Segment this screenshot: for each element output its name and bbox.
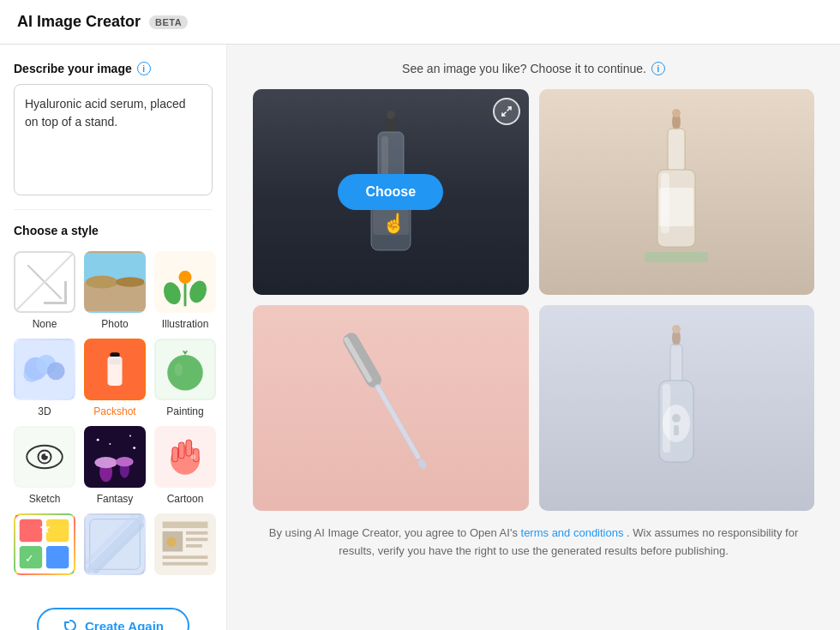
choose-button-1[interactable]: Choose [338, 174, 443, 210]
images-grid: Choose ☝ [253, 89, 814, 511]
style-item-illustration[interactable]: Illustration [154, 251, 216, 330]
style-thumb-fantasy [84, 426, 146, 488]
style-item-sketch[interactable]: Sketch [14, 426, 75, 505]
top-notice: See an image you like? Choose it to cont… [253, 62, 814, 75]
svg-point-15 [23, 366, 39, 382]
svg-rect-86 [670, 345, 682, 383]
svg-point-36 [109, 443, 111, 445]
style-grid: None Photo [14, 251, 213, 580]
style-item-painting[interactable]: Painting [154, 339, 216, 417]
style-name-3d: 3D [38, 405, 51, 417]
svg-point-7 [178, 271, 191, 284]
sketch-icon [15, 426, 74, 488]
content-area: See an image you like? Choose it to cont… [227, 45, 840, 630]
expand-icon-1[interactable] [493, 98, 520, 125]
style-item-photo[interactable]: Photo [84, 251, 146, 330]
svg-line-1 [27, 265, 62, 299]
svg-point-85 [672, 325, 681, 333]
serum-bottle-4 [640, 322, 713, 494]
style-thumb-packshot [84, 339, 146, 400]
style-item-row4c[interactable] [154, 513, 216, 580]
style-item-packshot[interactable]: Packshot [84, 339, 146, 417]
style-name-fantasy: Fantasy [97, 493, 134, 505]
svg-rect-57 [163, 522, 208, 529]
beta-badge: BETA [149, 15, 188, 29]
style-item-none[interactable]: None [14, 251, 75, 330]
app-title: AI Image Creator [17, 13, 141, 31]
svg-point-35 [133, 447, 135, 449]
sidebar: Describe your image i Hyaluronic acid se… [0, 45, 227, 630]
svg-rect-41 [172, 447, 178, 462]
style-thumb-cartoon [154, 426, 216, 488]
style-thumb-row4a: ★ ✓ [14, 513, 75, 575]
create-again-button[interactable]: Create Again [37, 608, 189, 630]
describe-textarea[interactable]: Hyaluronic acid serum, placed on top of … [14, 84, 213, 195]
style-thumb-sketch [14, 426, 75, 488]
style-item-fantasy[interactable]: Fantasy [84, 426, 146, 505]
svg-rect-48 [46, 546, 69, 568]
svg-point-90 [672, 414, 681, 423]
svg-rect-40 [186, 440, 192, 456]
style-thumb-illustration [154, 251, 216, 313]
divider [14, 209, 213, 210]
style-item-row4a[interactable]: ★ ✓ [14, 513, 75, 580]
footer-notice: By using AI Image Creator, you agree to … [253, 525, 814, 561]
image-box-4 [539, 305, 815, 511]
style-thumb-row4b [84, 513, 146, 575]
svg-point-21 [167, 355, 203, 391]
svg-point-27 [45, 453, 49, 456]
describe-info-icon[interactable]: i [137, 62, 151, 75]
svg-rect-28 [86, 428, 144, 486]
image-box-2 [539, 89, 815, 295]
style-name-painting: Painting [166, 405, 203, 417]
dropper-3 [339, 314, 442, 502]
create-again-section: Create Again [14, 594, 213, 630]
style-thumb-3d [14, 339, 75, 400]
top-notice-info-icon[interactable]: i [651, 62, 665, 75]
fantasy-icon [86, 426, 144, 488]
svg-text:★: ★ [39, 520, 51, 537]
style-name-illustration: Illustration [162, 318, 209, 330]
3d-icon [15, 339, 74, 400]
svg-text:✓: ✓ [25, 552, 34, 565]
image-card-2[interactable] [539, 89, 815, 295]
style-name-sketch: Sketch [29, 493, 61, 505]
svg-point-89 [663, 405, 690, 442]
svg-rect-78 [659, 188, 693, 226]
svg-point-43 [191, 454, 196, 459]
main-layout: Describe your image i Hyaluronic acid se… [0, 45, 840, 630]
image-box-3 [253, 305, 529, 511]
svg-rect-91 [674, 425, 679, 435]
svg-rect-75 [668, 129, 685, 171]
illustration-icon [156, 251, 214, 313]
svg-point-83 [417, 458, 428, 470]
app-header: AI Image Creator BETA [0, 0, 840, 45]
style-name-none: None [33, 318, 57, 330]
row4a-icon: ★ ✓ [15, 513, 74, 575]
style-item-3d[interactable]: 3D [14, 339, 75, 417]
row4c-icon [156, 513, 214, 575]
image-card-1[interactable]: Choose ☝ [253, 89, 529, 295]
svg-rect-0 [27, 265, 62, 299]
style-item-row4b[interactable] [84, 513, 146, 580]
style-name-cartoon: Cartoon [167, 493, 204, 505]
svg-point-74 [672, 109, 681, 117]
photo-icon [86, 251, 144, 313]
style-thumb-painting [154, 339, 216, 400]
svg-rect-19 [109, 358, 120, 365]
style-section-label: Choose a style [14, 224, 213, 237]
svg-point-32 [116, 457, 134, 466]
image-card-4[interactable] [539, 305, 815, 511]
terms-link[interactable]: terms and conditions [521, 526, 624, 539]
svg-point-5 [116, 277, 144, 286]
image-overlay-1: Choose [253, 89, 529, 295]
svg-rect-63 [186, 544, 202, 548]
style-thumb-photo [84, 251, 146, 313]
svg-rect-60 [163, 562, 208, 566]
cartoon-icon [156, 426, 214, 488]
style-name-packshot: Packshot [93, 405, 135, 417]
image-card-3[interactable] [253, 305, 529, 511]
style-item-cartoon[interactable]: Cartoon [154, 426, 216, 505]
svg-rect-62 [186, 537, 208, 541]
style-thumb-row4c [154, 513, 216, 575]
